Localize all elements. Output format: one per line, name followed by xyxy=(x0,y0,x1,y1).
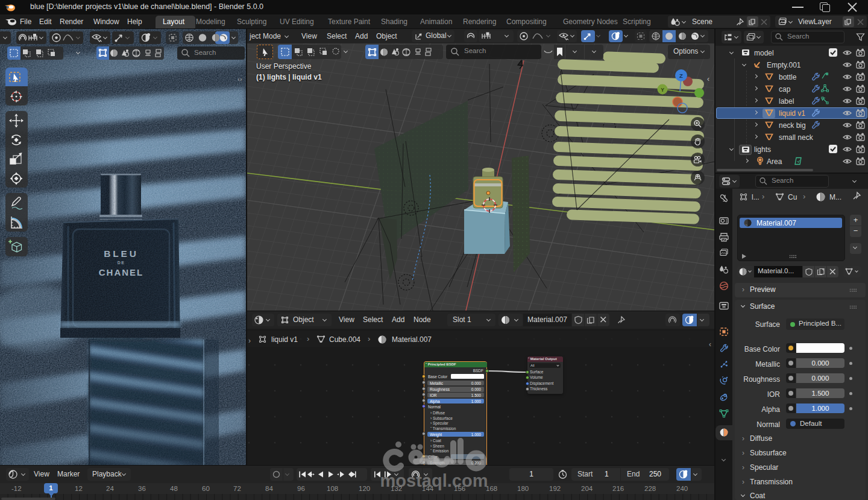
svg-text:Y: Y xyxy=(661,87,664,93)
svg-text:Z: Z xyxy=(679,72,683,79)
